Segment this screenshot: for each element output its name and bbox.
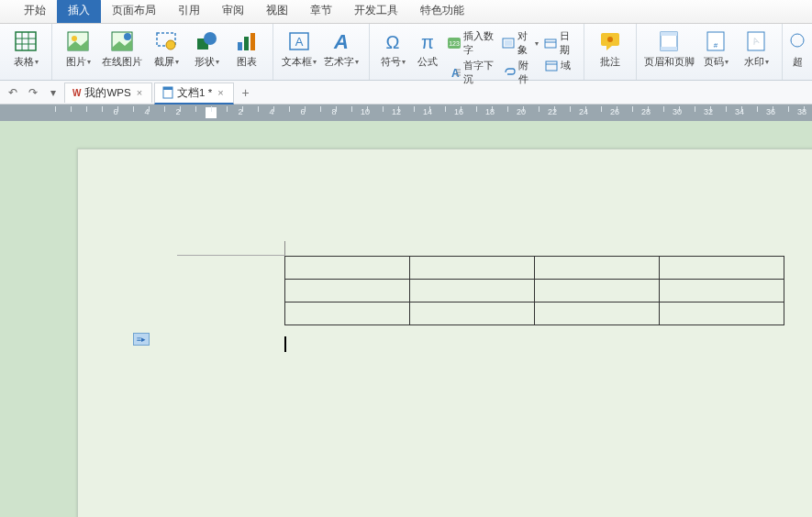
menu-tabs: 开始 插入 页面布局 引用 审阅 视图 章节 开发工具 特色功能 xyxy=(0,0,812,24)
date-label: 日期 xyxy=(560,29,575,57)
svg-text:A: A xyxy=(295,35,304,49)
insert-number-label: 插入数字 xyxy=(463,29,496,57)
svg-text:123: 123 xyxy=(449,40,460,47)
dropdown-button[interactable]: ▾ xyxy=(44,83,62,102)
chevron-down-icon: ▾ xyxy=(35,58,39,66)
svg-rect-14 xyxy=(244,37,249,50)
svg-point-43 xyxy=(791,34,804,47)
svg-rect-13 xyxy=(238,42,242,50)
attachment-button[interactable]: 附件 xyxy=(499,59,541,86)
menu-tab-special[interactable]: 特色功能 xyxy=(409,0,475,23)
close-icon[interactable]: × xyxy=(135,87,144,98)
svg-marker-34 xyxy=(606,46,612,50)
field-label: 域 xyxy=(561,59,571,72)
watermark-label: 水印 xyxy=(744,55,764,69)
doc-tab-doc1-label: 文档1 * xyxy=(177,86,212,100)
table-icon xyxy=(14,29,38,53)
document-canvas[interactable]: ≡▸ xyxy=(0,121,812,517)
table-button[interactable]: 表格▾ xyxy=(6,28,46,69)
doc-tab-bar: ↶ ↷ ▾ W 我的WPS × 文档1 * × + xyxy=(0,81,812,104)
svg-point-12 xyxy=(204,32,217,45)
new-tab-button[interactable]: + xyxy=(236,82,256,103)
menu-tab-insert[interactable]: 插入 xyxy=(57,0,101,23)
svg-text:π: π xyxy=(421,32,434,51)
table-row[interactable] xyxy=(285,257,784,280)
field-button[interactable]: 域 xyxy=(541,59,578,72)
doc-icon xyxy=(162,86,173,99)
watermark-button[interactable]: A 水印▾ xyxy=(736,28,776,69)
chevron-down-icon: ▾ xyxy=(216,58,219,66)
close-icon[interactable]: × xyxy=(216,87,225,98)
chevron-down-icon: ▾ xyxy=(765,58,769,66)
table-anchor-h xyxy=(177,255,285,256)
doc-tab-doc1[interactable]: 文档1 * × xyxy=(154,82,234,104)
menu-tab-layout[interactable]: 页面布局 xyxy=(101,0,167,23)
more-button[interactable]: 超 xyxy=(788,28,806,69)
menu-tab-review[interactable]: 审阅 xyxy=(211,0,255,23)
shape-icon xyxy=(195,29,218,53)
picture-button[interactable]: 图片▾ xyxy=(58,28,98,69)
doc-tab-mywps[interactable]: W 我的WPS × xyxy=(64,82,152,103)
attachment-icon xyxy=(502,66,516,80)
svg-rect-29 xyxy=(545,39,556,48)
field-icon xyxy=(544,59,558,72)
object-button[interactable]: 对象▾ xyxy=(499,29,541,57)
menu-tab-chapter[interactable]: 章节 xyxy=(299,0,343,23)
svg-rect-0 xyxy=(16,32,36,50)
chevron-down-icon: ▾ xyxy=(355,58,359,66)
header-footer-button[interactable]: 页眉和页脚 xyxy=(642,28,695,69)
formula-button[interactable]: π 公式 xyxy=(410,28,445,69)
shape-button[interactable]: 形状▾ xyxy=(186,28,227,69)
document-table[interactable] xyxy=(284,256,784,325)
dropcap-label: 首字下沉 xyxy=(463,59,496,86)
svg-text:#: # xyxy=(714,41,718,50)
symbol-icon: Ω xyxy=(381,29,405,53)
formula-icon: π xyxy=(416,29,439,53)
menu-tab-reference[interactable]: 引用 xyxy=(167,0,211,23)
horizontal-ruler[interactable]: 2462468101214161820222426283032343638 xyxy=(0,104,812,121)
comment-button[interactable]: 批注 xyxy=(590,28,630,69)
wordart-button[interactable]: A 艺术字▾ xyxy=(319,28,363,69)
menu-tab-start[interactable]: 开始 xyxy=(13,0,57,23)
table-row[interactable] xyxy=(285,280,784,302)
table-row[interactable] xyxy=(285,302,784,325)
page-number-label: 页码 xyxy=(704,55,724,69)
header-footer-label: 页眉和页脚 xyxy=(644,55,695,69)
formula-label: 公式 xyxy=(417,55,438,69)
svg-point-10 xyxy=(166,40,175,50)
menu-tab-view[interactable]: 视图 xyxy=(255,0,299,23)
dropcap-button[interactable]: A首字下沉 xyxy=(445,59,499,86)
symbol-button[interactable]: Ω 符号▾ xyxy=(375,28,410,69)
textbox-label: 文本框 xyxy=(282,55,312,69)
doc-tab-mywps-label: 我的WPS xyxy=(84,86,130,100)
more-label: 超 xyxy=(793,55,803,69)
watermark-icon: A xyxy=(744,29,768,53)
svg-rect-45 xyxy=(163,87,172,90)
online-picture-button[interactable]: 在线图片 xyxy=(98,28,146,69)
svg-rect-15 xyxy=(250,33,255,50)
wordart-label: 艺术字 xyxy=(324,55,354,69)
chevron-down-icon: ▾ xyxy=(87,58,91,66)
online-picture-label: 在线图片 xyxy=(102,55,142,69)
svg-point-8 xyxy=(124,33,131,40)
page-number-button[interactable]: # 页码▾ xyxy=(695,28,736,69)
undo-button[interactable]: ↶ xyxy=(4,83,22,102)
wordart-icon: A xyxy=(329,29,353,53)
document-page[interactable]: ≡▸ xyxy=(77,148,812,517)
link-icon xyxy=(785,29,809,53)
date-button[interactable]: 日期 xyxy=(541,29,578,57)
svg-text:Ω: Ω xyxy=(386,32,400,51)
redo-button[interactable]: ↷ xyxy=(24,83,42,102)
menu-tab-dev[interactable]: 开发工具 xyxy=(343,0,409,23)
paragraph-handle-icon[interactable]: ≡▸ xyxy=(133,333,150,346)
chart-button[interactable]: 图表 xyxy=(227,28,267,69)
insert-number-button[interactable]: 123插入数字 xyxy=(445,29,499,57)
textbox-button[interactable]: A 文本框▾ xyxy=(279,28,319,69)
svg-rect-38 xyxy=(661,47,677,50)
screenshot-button[interactable]: 截屏▾ xyxy=(146,28,186,69)
ribbon: 表格▾ 图片▾ 在线图片 截屏▾ 形状▾ 图表 A 文本框▾ A xyxy=(0,24,812,81)
chevron-down-icon: ▾ xyxy=(725,58,729,66)
picture-icon xyxy=(66,29,90,53)
symbol-label: 符号 xyxy=(381,55,401,69)
object-icon xyxy=(502,37,515,50)
